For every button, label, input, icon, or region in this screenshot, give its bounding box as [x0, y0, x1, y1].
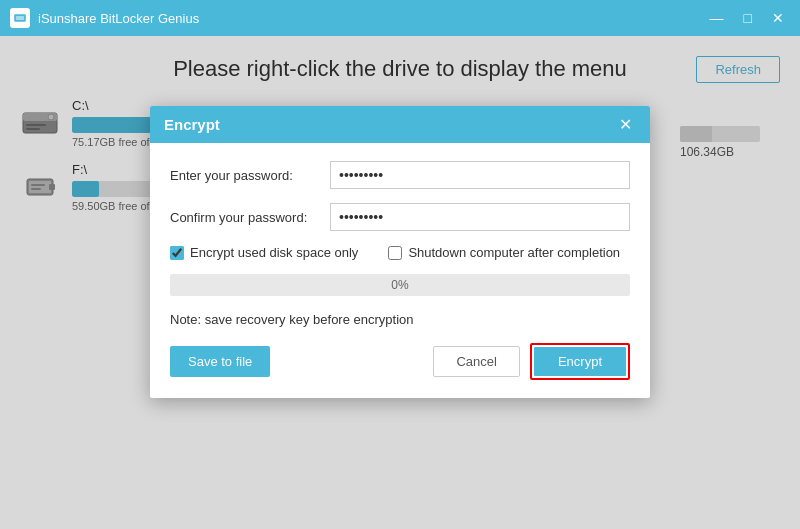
encrypt-space-label: Encrypt used disk space only	[190, 245, 358, 260]
password-input[interactable]	[330, 161, 630, 189]
app-icon	[10, 8, 30, 28]
encrypt-dialog: Encrypt ✕ Enter your password: Confirm y…	[150, 106, 650, 398]
save-to-file-button[interactable]: Save to file	[170, 346, 270, 377]
minimize-button[interactable]: —	[704, 9, 730, 27]
shutdown-checkbox-label[interactable]: Shutdown computer after completion	[388, 245, 620, 260]
password-row: Enter your password:	[170, 161, 630, 189]
shutdown-label: Shutdown computer after completion	[408, 245, 620, 260]
dialog-actions: Save to file Cancel Encrypt	[170, 343, 630, 380]
progress-text: 0%	[391, 278, 408, 292]
titlebar: iSunshare BitLocker Genius — □ ✕	[0, 0, 800, 36]
dialog-body: Enter your password: Confirm your passwo…	[150, 143, 650, 398]
dialog-overlay: Encrypt ✕ Enter your password: Confirm y…	[0, 36, 800, 529]
encrypt-space-checkbox[interactable]	[170, 246, 184, 260]
maximize-button[interactable]: □	[738, 9, 758, 27]
dialog-close-button[interactable]: ✕	[615, 117, 636, 133]
checkbox-row: Encrypt used disk space only Shutdown co…	[170, 245, 630, 260]
encrypt-button[interactable]: Encrypt	[534, 347, 626, 376]
confirm-label: Confirm your password:	[170, 210, 330, 225]
dialog-buttons-right: Cancel Encrypt	[433, 343, 630, 380]
main-content: Please right-click the drive to display …	[0, 36, 800, 529]
password-label: Enter your password:	[170, 168, 330, 183]
shutdown-checkbox[interactable]	[388, 246, 402, 260]
window-controls: — □ ✕	[704, 9, 790, 27]
note-text: Note: save recovery key before encryptio…	[170, 312, 630, 327]
app-title: iSunshare BitLocker Genius	[38, 11, 696, 26]
dialog-header: Encrypt ✕	[150, 106, 650, 143]
encrypt-button-wrapper: Encrypt	[530, 343, 630, 380]
close-window-button[interactable]: ✕	[766, 9, 790, 27]
progress-bar: 0%	[170, 274, 630, 296]
confirm-password-input[interactable]	[330, 203, 630, 231]
svg-rect-1	[16, 16, 24, 20]
encrypt-space-checkbox-label[interactable]: Encrypt used disk space only	[170, 245, 358, 260]
confirm-password-row: Confirm your password:	[170, 203, 630, 231]
cancel-button[interactable]: Cancel	[433, 346, 519, 377]
dialog-title: Encrypt	[164, 116, 220, 133]
